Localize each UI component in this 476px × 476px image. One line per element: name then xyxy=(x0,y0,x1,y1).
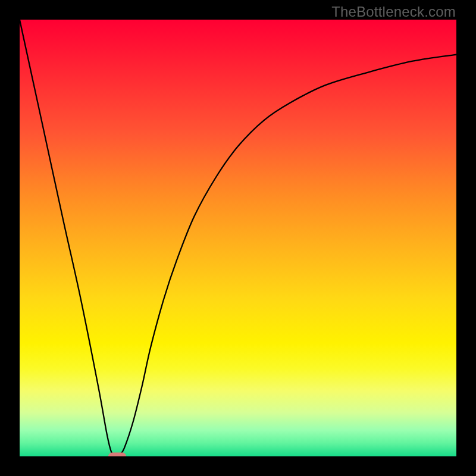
chart-frame: TheBottleneck.com xyxy=(0,0,476,476)
optimal-marker xyxy=(108,453,126,457)
attribution-text: TheBottleneck.com xyxy=(331,4,456,20)
plot-area xyxy=(20,20,456,456)
bottleneck-curve xyxy=(20,20,456,456)
curve-layer xyxy=(20,20,456,456)
